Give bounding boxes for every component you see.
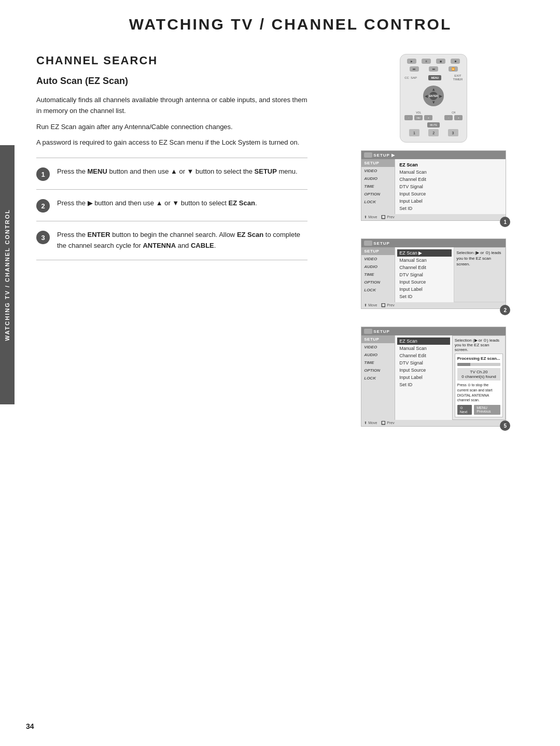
description-2: Run EZ Scan again after any Antenna/Cabl… — [36, 122, 307, 133]
menu-footer-2: ⬆ Move 🔲 Prev — [361, 302, 506, 308]
menu-right-3: EZ Scan Manual Scan Channel Edit DTV Sig… — [395, 335, 452, 420]
remote-control: ▶ ⏸ ◼ ⏺ ⏮ ⏭ ⏩ CC SAP — [400, 54, 467, 143]
enter-button[interactable]: ENTER — [429, 92, 438, 100]
scan-panel: Selection (▶ or ⊙) leads you to the EZ s… — [452, 335, 506, 420]
subsection-title: Auto Scan (EZ Scan) — [36, 76, 307, 87]
step-2: 2 Press the ▶ button and then use ▲ or ▼… — [36, 189, 307, 221]
menu-footer-move-3: ⬆ Move — [364, 421, 377, 425]
menu-right-ezscan-2: EZ Scan ▶ — [397, 249, 452, 257]
menu-right-setid-1: Set ID — [399, 205, 501, 212]
arrow-up-icon: ▲ — [431, 87, 436, 92]
ch-up-button[interactable]: + — [454, 115, 463, 120]
menu-footer-move-2: ⬆ Move — [364, 303, 377, 307]
scan-footer-buttons: ⊙ Next MENU Previous — [457, 405, 501, 415]
menu-top-bar-2: SETUP — [361, 239, 506, 247]
nav-circle: ▲ ▼ ◀ ▶ ENTER — [423, 86, 444, 106]
menu-footer-3: ⬆ Move 🔲 Prev — [361, 420, 506, 426]
step-3: 3 Press the ENTER button to begin the ch… — [36, 221, 307, 260]
menu-left-option-2: OPTION — [361, 278, 395, 286]
channel-label: TV Ch.20 — [459, 370, 499, 374]
scan-progress-bar — [457, 363, 501, 366]
menu-right-channel-2: Channel Edit — [399, 264, 450, 271]
step-2-number: 2 — [36, 199, 50, 213]
next-button[interactable]: ⊙ Next — [457, 405, 472, 415]
steps-list: 1 Press the MENU button and then use ▲ o… — [36, 158, 307, 260]
num-3-button[interactable]: 3 — [448, 129, 458, 136]
menu-right-input-1: Input Source — [399, 190, 501, 198]
menu-icon-1 — [364, 152, 372, 158]
menu-icon-3 — [364, 329, 372, 334]
remote-btn-6: ⏭ — [429, 66, 438, 72]
description-1: Automatically finds all channels availab… — [36, 95, 307, 117]
menu-right-setid-3: Set ID — [399, 381, 448, 388]
num-2-button[interactable]: 2 — [428, 129, 439, 136]
menu-right-dtv-3: DTV Signal — [399, 359, 448, 367]
arrow-down-icon: ▼ — [431, 100, 436, 105]
menu-right-channel-1: Channel Edit — [399, 176, 501, 183]
menu-right-1: EZ Scan Manual Scan Channel Edit DTV Sig… — [395, 159, 506, 214]
menu-button[interactable]: MENU — [428, 75, 441, 80]
num-1-button[interactable]: 1 — [409, 129, 419, 136]
scan-progress-fill — [457, 363, 470, 366]
side-note-text-2: Selection (▶ or ⊙) leads you to the EZ s… — [456, 250, 501, 266]
menu-right-setid-2: Set ID — [399, 293, 450, 300]
step-3-number: 3 — [36, 231, 50, 244]
remote-btn-5: ⏮ — [410, 66, 419, 72]
ch-group: CH - + — [444, 111, 463, 120]
menu-left-audio-2: AUDIO — [361, 263, 395, 271]
menu-right-manual-2: Manual Scan — [399, 257, 450, 264]
processing-label: Processing EZ scan... — [457, 356, 501, 361]
vol-down-button[interactable]: - — [404, 115, 413, 120]
menu-right-dtv-1: DTV Signal — [399, 183, 501, 190]
description-3: A password is required to gain access to… — [36, 137, 307, 148]
menu-top-bar-3: SETUP — [361, 327, 506, 335]
menu-left-time-2: TIME — [361, 271, 395, 278]
scan-channel-info: TV Ch.20 0 channel(s) found — [457, 368, 501, 381]
menu-top-bar-1: SETUP ▶ — [361, 151, 506, 159]
badge-3: 5 — [500, 420, 510, 431]
section-title: CHANNEL SEARCH — [36, 54, 307, 67]
remote-btn-1: ▶ — [407, 59, 416, 64]
side-tab-text: WATCHING TV / CHANNEL CONTROL — [4, 209, 10, 341]
step-1: 1 Press the MENU button and then use ▲ o… — [36, 158, 307, 189]
menu-screenshot-1: SETUP ▶ SETUP VIDEO AUDIO TIME OPTION LO… — [361, 150, 506, 221]
badge-1: 1 — [500, 217, 510, 227]
menu-screenshot-2-wrapper: SETUP SETUP VIDEO AUDIO TIME OPTION LOCK — [361, 238, 506, 311]
vol-up-button[interactable]: + — [424, 115, 432, 120]
menu-left-setup-2: SETUP — [361, 247, 395, 255]
step-1-text: Press the MENU button and then use ▲ or … — [57, 166, 298, 177]
menu-left-time-3: TIME — [361, 359, 395, 367]
sap-label: SAP — [411, 76, 417, 79]
ch-label: CH — [452, 111, 455, 114]
description-block: Automatically finds all channels availab… — [36, 95, 307, 148]
remote-btn-3: ◼ — [436, 59, 445, 64]
menu-right-input-3: Input Source — [399, 367, 448, 374]
menu-icon-2 — [364, 241, 372, 246]
side-tab: WATCHING TV / CHANNEL CONTROL — [0, 145, 15, 404]
enter-label: ENTER — [429, 94, 438, 97]
menu-left-1: SETUP VIDEO AUDIO TIME OPTION LOCK — [361, 159, 395, 214]
mute-button[interactable]: MUTE — [427, 122, 440, 128]
ch-down-button[interactable]: - — [444, 115, 453, 120]
menu-left-option-1: OPTION — [361, 190, 395, 198]
menu-left-audio-1: AUDIO — [361, 175, 395, 182]
menu-screenshot-3: SETUP SETUP VIDEO AUDIO TIME OPTION LOCK — [361, 327, 506, 427]
menu-right-label-1: Input Label — [399, 198, 501, 205]
prev-button[interactable]: MENU Previous — [474, 405, 500, 415]
menu-right-label-2: Input Label — [399, 286, 450, 293]
vol-group: VOL - FAV + — [404, 111, 432, 120]
menu-footer-move-1: ⬆ Move — [364, 215, 377, 219]
menu-left-lock-3: LOCK — [361, 374, 395, 382]
setup-label-2: SETUP — [373, 241, 390, 246]
menu-footer-prev-2: 🔲 Prev — [381, 303, 394, 307]
menu-left-video-3: VIDEO — [361, 343, 395, 351]
menu-right-ezscan-1: EZ Scan — [399, 161, 501, 168]
stop-note: Press ⊙ to stop the current scan and sta… — [457, 383, 501, 403]
menu-left-audio-3: AUDIO — [361, 351, 395, 359]
arrow-right-icon: ▶ — [439, 94, 442, 98]
fav-button[interactable]: FAV — [414, 115, 423, 120]
side-note-3: Selection (▶ or ⊙) leads you to the EZ s… — [455, 338, 503, 352]
setup-label-3: SETUP — [373, 329, 390, 334]
remote-btn-2: ⏸ — [422, 59, 431, 64]
cc-label: CC — [404, 76, 409, 79]
